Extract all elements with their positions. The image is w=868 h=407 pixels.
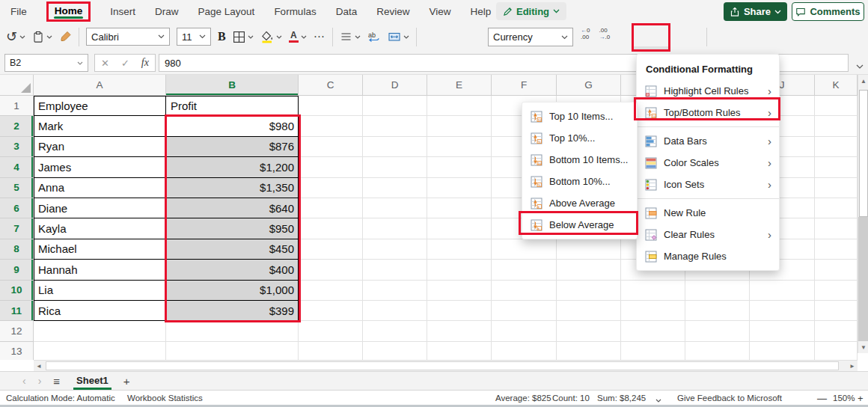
cell-c12[interactable] [299,321,363,341]
cell-h12[interactable] [621,321,685,341]
cell-k4[interactable] [815,157,858,177]
font-size-select[interactable]: 11 [177,28,211,46]
cell-g8[interactable] [557,239,621,260]
cell-a12[interactable] [34,321,166,341]
cell-d13[interactable] [363,342,427,360]
cell-c3[interactable] [299,137,363,157]
vertical-scroll-thumb[interactable] [859,90,868,217]
confirm-icon[interactable]: ✓ [121,58,129,69]
cell-c5[interactable] [299,178,363,198]
cell-a3[interactable]: Ryan [34,137,166,157]
zoom-out-button[interactable]: — [817,393,827,404]
column-header-b[interactable]: B [166,75,299,96]
cell-c10[interactable] [299,281,363,301]
cell-b12[interactable] [166,321,299,341]
cell-d3[interactable] [363,137,427,157]
feedback-link[interactable]: Give Feedback to Microsoft [677,394,782,403]
cell-e12[interactable] [427,321,492,341]
menu-item-data-bars[interactable]: Data Bars› [637,130,779,152]
cell-j11[interactable] [750,301,815,321]
row-header-5[interactable]: 5 [0,178,34,198]
cell-k1[interactable] [815,96,858,116]
cell-f9[interactable] [492,260,557,280]
menu-item-color-scales[interactable]: Color Scales› [637,152,779,174]
cell-i11[interactable] [685,301,750,321]
column-header-k[interactable]: K [815,75,858,96]
expand-formula-bar-button[interactable] [856,58,864,72]
all-sheets-menu-icon[interactable]: ≡ [53,375,60,388]
column-header-c[interactable]: C [299,75,363,96]
cell-h11[interactable] [621,301,685,321]
cell-c11[interactable] [299,301,363,321]
submenu-item-bottom-10-[interactable]: %Bottom 10%... [522,171,637,192]
row-header-4[interactable]: 4 [0,157,34,177]
submenu-item-below-average[interactable]: x̄Below Average [522,214,637,236]
cell-k13[interactable] [815,342,858,360]
cell-k11[interactable] [815,301,858,321]
tab-review[interactable]: Review [376,3,409,20]
row-header-10[interactable]: 10 [0,281,34,301]
zoom-in-button[interactable]: + [858,393,864,404]
decrease-decimal-button[interactable]: .00 →.0 [599,27,610,40]
horizontal-scrollbar[interactable]: ◄ ► [34,360,858,371]
cell-j12[interactable] [750,321,815,341]
cell-c1[interactable] [299,96,363,116]
cell-b4[interactable]: $1,200 [166,157,299,177]
cell-e10[interactable] [427,281,492,301]
cell-k2[interactable] [815,116,858,136]
bold-button[interactable]: B [218,30,226,43]
cell-d9[interactable] [363,260,427,280]
cell-d10[interactable] [363,281,427,301]
cell-e13[interactable] [427,342,492,360]
aggregate-count[interactable]: Count: 10 [552,394,590,403]
cell-b11[interactable]: $399 [166,301,299,321]
row-header-6[interactable]: 6 [0,198,34,218]
cell-i13[interactable] [685,342,750,360]
cell-b13[interactable] [166,342,299,360]
cell-c13[interactable] [299,342,363,360]
cell-d7[interactable] [363,218,427,239]
cell-a2[interactable]: Mark [34,116,166,136]
paste-button[interactable] [32,31,52,43]
cell-k8[interactable] [815,239,858,260]
cell-f13[interactable] [492,342,557,360]
cell-e4[interactable] [427,157,492,177]
merge-center-button[interactable] [388,31,409,43]
font-color-button[interactable]: A [289,31,307,43]
column-header-g[interactable]: G [557,75,621,96]
aggregate-sum[interactable]: Sum: $8,245 [597,394,646,403]
row-header-7[interactable]: 7 [0,218,34,239]
cell-c9[interactable] [299,260,363,280]
cell-e3[interactable] [427,137,492,157]
cell-g12[interactable] [557,321,621,341]
tab-formulas[interactable]: Formulas [274,3,316,20]
row-header-1[interactable]: 1 [0,96,34,116]
cell-j13[interactable] [750,342,815,360]
cell-k3[interactable] [815,137,858,157]
cell-b3[interactable]: $876 [166,137,299,157]
cell-i12[interactable] [685,321,750,341]
submenu-item-top-10-[interactable]: %Top 10%... [522,127,637,149]
menu-item-highlight-cell-rules[interactable]: <Highlight Cell Rules› [637,80,779,102]
tab-draw[interactable]: Draw [155,3,179,20]
cancel-icon[interactable]: ✕ [101,58,109,69]
cell-b7[interactable]: $950 [166,218,299,239]
editing-mode-button[interactable]: Editing [496,2,566,20]
cell-f10[interactable] [492,281,557,301]
cell-a9[interactable]: Hannah [34,260,166,280]
cell-d1[interactable] [363,96,427,116]
alignment-button[interactable] [340,31,361,43]
cell-d4[interactable] [363,157,427,177]
sheet-tab-sheet1[interactable]: Sheet1 [73,373,111,390]
aggregates-chevron-icon[interactable] [655,395,661,404]
row-header-11[interactable]: 11 [0,301,34,321]
cell-b10[interactable]: $1,000 [166,281,299,301]
vertical-scrollbar[interactable]: ▲ ▼ [858,75,868,353]
cell-a13[interactable] [34,342,166,360]
cell-k6[interactable] [815,198,858,218]
wrap-text-button[interactable]: ab [367,31,381,43]
cell-b9[interactable]: $400 [166,260,299,280]
cell-k10[interactable] [815,281,858,301]
fill-color-button[interactable] [260,31,282,43]
cell-j10[interactable] [750,281,815,301]
